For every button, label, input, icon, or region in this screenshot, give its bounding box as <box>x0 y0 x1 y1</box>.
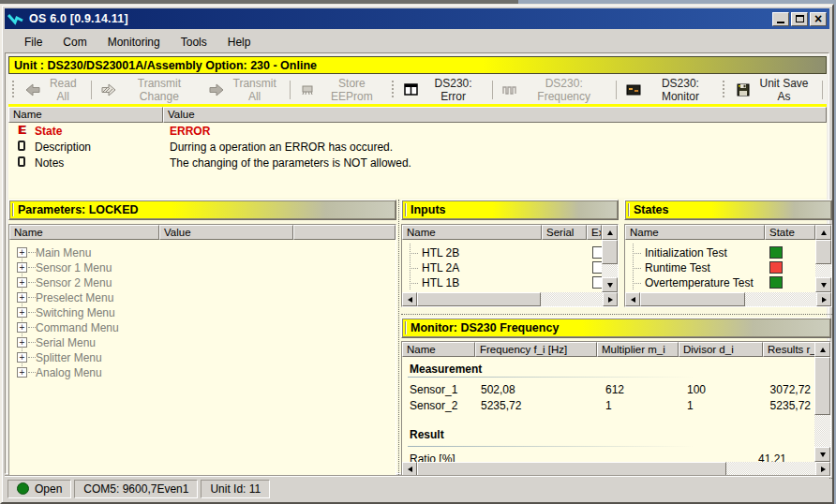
tree-item[interactable]: Switching Menu <box>9 305 396 320</box>
column-header-name[interactable]: Name <box>625 225 765 240</box>
vertical-scrollbar[interactable] <box>814 342 830 462</box>
expand-plus-icon[interactable] <box>17 367 27 378</box>
column-header[interactable]: Multiplier m_i <box>597 342 679 357</box>
input-row[interactable]: HTL 2A <box>402 260 618 275</box>
column-header-value[interactable]: Value <box>163 107 827 123</box>
splitter-vertical[interactable] <box>398 200 399 477</box>
toolbar-separator <box>290 81 291 99</box>
column-header-serial[interactable]: Serial <box>542 225 587 240</box>
monitor-table-header: NameFrequency f_i [Hz]Multiplier m_iDivi… <box>402 342 814 357</box>
column-header-name[interactable]: Name <box>8 107 163 123</box>
column-header-state[interactable]: State <box>765 225 815 240</box>
error-table-row[interactable]: EStateERROR <box>8 123 827 139</box>
error-table-row[interactable]: NotesThe changing of the parameters is N… <box>8 155 827 170</box>
menu-item-help[interactable]: Help <box>217 33 261 52</box>
error-table-row[interactable]: DescriptionDurring a operation an ERROR … <box>8 139 827 155</box>
toolbar-button-ds230-monitor[interactable]: DS230: Monitor <box>620 74 722 106</box>
toolbar-button-transmit-change[interactable]: Transmit Change <box>96 74 203 106</box>
expand-plus-icon[interactable] <box>17 262 27 273</box>
scrollbar-thumb[interactable] <box>602 240 618 264</box>
scroll-left-button[interactable] <box>402 462 417 476</box>
scroll-up-button[interactable] <box>602 225 618 240</box>
column-header-name[interactable]: Name <box>402 225 542 240</box>
vertical-scrollbar[interactable] <box>815 225 831 292</box>
tree-item[interactable]: Main Menu <box>9 245 396 260</box>
scrollbar-thumb[interactable] <box>417 292 541 306</box>
menu-item-tools[interactable]: Tools <box>171 33 217 52</box>
scroll-down-button[interactable] <box>814 447 830 462</box>
minimize-button[interactable] <box>772 12 789 26</box>
toolbar-grip[interactable] <box>392 81 396 99</box>
scroll-down-button[interactable] <box>602 277 618 292</box>
expand-plus-icon[interactable] <box>17 337 27 348</box>
scroll-up-button[interactable] <box>814 342 830 357</box>
monitor-row[interactable]: Sensor_25235,72115235,72 <box>402 399 814 414</box>
tree-item[interactable]: Command Menu <box>9 320 396 335</box>
column-header[interactable]: Name <box>402 342 475 357</box>
scroll-left-button[interactable] <box>625 292 640 306</box>
tree-item[interactable]: Splitter Menu <box>9 350 396 365</box>
tree-item[interactable]: Preselect Menu <box>9 290 396 305</box>
tree-connector <box>633 253 641 254</box>
toolbar-button-transmit-all[interactable]: Transmit All <box>203 74 286 106</box>
scrollbar-thumb[interactable] <box>814 357 830 415</box>
scroll-left-button[interactable] <box>402 292 417 306</box>
column-header-name[interactable]: Name <box>9 225 159 240</box>
expand-plus-icon[interactable] <box>17 247 27 258</box>
scroll-right-button[interactable] <box>816 292 831 306</box>
horizontal-scrollbar[interactable] <box>625 292 831 306</box>
states-rows: Initialization TestRuntime TestOvertempe… <box>625 240 831 291</box>
state-row[interactable]: Overtemperature Test <box>625 275 831 290</box>
expand-plus-icon[interactable] <box>17 277 27 288</box>
tree-item[interactable]: Analog Menu <box>9 365 396 380</box>
scrollbar-thumb[interactable] <box>815 240 831 264</box>
input-row[interactable]: HTL 2B <box>402 245 618 260</box>
expand-plus-icon[interactable] <box>17 292 27 303</box>
states-panel-title[interactable]: States <box>624 200 832 220</box>
toolbar-button-ds230-frequency[interactable]: DS230: Frequency <box>497 74 612 106</box>
expand-plus-icon[interactable] <box>17 322 27 333</box>
input-row[interactable]: HTL 1A <box>402 290 618 291</box>
column-header-value[interactable]: Value <box>159 225 293 240</box>
toolbar-button-read-all[interactable]: Read All <box>20 74 87 106</box>
scroll-right-button[interactable] <box>603 292 618 306</box>
vertical-scrollbar[interactable] <box>602 225 618 292</box>
state-row[interactable]: Runtime Test <box>625 260 831 275</box>
scroll-up-button[interactable] <box>815 225 831 240</box>
menu-item-file[interactable]: File <box>14 33 52 52</box>
menu-item-com[interactable]: Com <box>52 33 97 52</box>
tree-item[interactable]: Sensor 1 Menu <box>9 260 396 275</box>
scrollbar-thumb[interactable] <box>640 292 745 306</box>
inputs-panel-title[interactable]: Inputs <box>401 200 619 220</box>
horizontal-scrollbar[interactable] <box>402 462 830 476</box>
column-header-empty[interactable] <box>293 225 396 240</box>
scroll-right-button[interactable] <box>815 462 830 476</box>
toolbar-button-ds230-error[interactable]: DS230: Error <box>398 74 487 106</box>
horizontal-scrollbar[interactable] <box>402 292 618 306</box>
column-header[interactable]: Frequency f_i [Hz] <box>475 342 597 357</box>
tree-item[interactable]: Serial Menu <box>9 335 396 350</box>
unit-id-status: Unit Id: 11 <box>201 480 270 498</box>
maximize-button[interactable] <box>791 12 808 26</box>
menu-item-monitoring[interactable]: Monitoring <box>97 33 171 52</box>
toolbar-button-unit-save-as[interactable]: Unit Save As <box>730 74 818 106</box>
state-row[interactable]: Initialization Test <box>625 245 831 260</box>
scroll-down-button[interactable] <box>815 277 831 292</box>
tree-item[interactable]: Sensor 2 Menu <box>9 275 396 290</box>
state-row[interactable]: Short Circuit Test <box>625 290 831 291</box>
scrollbar-thumb[interactable] <box>417 462 726 476</box>
monitor-row[interactable]: Sensor_1502,086121003072,72 <box>402 383 814 398</box>
input-row[interactable]: HTL 1B <box>402 275 618 290</box>
toolbar-button-store-eeprom[interactable]: Store EEProm <box>294 74 390 106</box>
expand-plus-icon[interactable] <box>17 307 27 318</box>
close-button[interactable] <box>810 12 827 26</box>
column-header-ex[interactable]: Ex <box>587 225 602 240</box>
parameters-panel-title[interactable]: Parameters: LOCKED <box>8 200 396 220</box>
toolbar-grip[interactable] <box>723 81 726 99</box>
monitor-panel-title[interactable]: Monitor: DS230 Frequency <box>401 318 831 338</box>
column-header[interactable]: Divisor d_i <box>679 342 763 357</box>
splitter-horizontal[interactable] <box>401 314 832 315</box>
expand-plus-icon[interactable] <box>17 352 27 363</box>
toolbar-grip[interactable] <box>12 81 16 99</box>
monitor-row[interactable]: Ratio [%]41,21 <box>402 452 814 462</box>
